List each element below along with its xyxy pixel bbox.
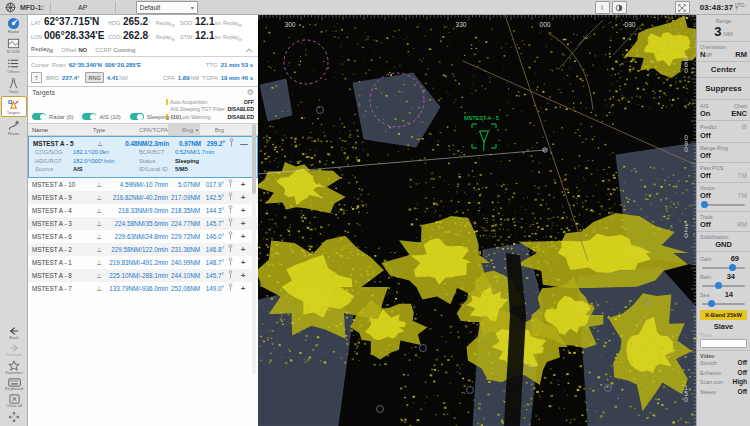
target-row[interactable]: MSTEST A - 1△ 219.83NM/-491.2min 240.99N… [28, 256, 258, 269]
acquire-target-button[interactable]: + [236, 284, 250, 293]
scan-correlation-toggle[interactable]: High [733, 378, 747, 385]
sidebar-item-tools[interactable]: Tools [1, 76, 27, 95]
cursor-lon: 006°20.285'E [105, 62, 141, 68]
radar-ppi-display[interactable]: MSTEST A - 5 300 330 000 030 060 090 120… [258, 15, 696, 426]
sidebar-item-ecdis[interactable]: ECDIS [1, 36, 27, 55]
vector-toggle[interactable]: Off [700, 191, 711, 200]
pin-icon[interactable] [228, 231, 233, 240]
ais-toggle-button[interactable]: On [700, 109, 710, 118]
pan-arrows-icon [8, 411, 20, 423]
gain-slider[interactable] [701, 263, 746, 272]
brilliance-button[interactable] [612, 1, 627, 14]
layout-select[interactable]: Default ▾ [136, 1, 198, 14]
toggle-switch [32, 113, 46, 120]
pin-icon[interactable] [228, 270, 233, 279]
sidebar-item-radar[interactable]: Radar [1, 16, 27, 35]
replay-source[interactable]: ReplayM [31, 46, 53, 54]
ais-targets-toggle[interactable]: AIS (10) [82, 113, 120, 120]
back-button[interactable]: Back [1, 325, 27, 341]
pan-mode-button[interactable] [1, 410, 27, 424]
rng-toggle[interactable]: RNG [85, 72, 103, 83]
svg-text:330: 330 [456, 21, 467, 28]
pin-icon[interactable] [228, 283, 233, 292]
targets-scrollbar[interactable] [252, 124, 256, 374]
chevron-down-icon: ▾ [191, 4, 194, 11]
target-row[interactable]: MSTEST A - 6△ 229.63NM/24.8min 229.72NM … [28, 230, 258, 243]
pin-icon[interactable] [228, 218, 233, 227]
stabilization-toggle[interactable]: GND [700, 240, 747, 249]
keyboard-button[interactable]: Keyboard [1, 377, 27, 392]
tune-bar[interactable] [700, 339, 747, 348]
acquire-target-button[interactable]: + [236, 206, 250, 215]
acquire-target-button[interactable]: + [236, 258, 250, 267]
sea-slider[interactable] [701, 299, 746, 308]
autopilot-mode-indicator[interactable]: AP [57, 4, 109, 11]
predict-toggle[interactable]: Off [700, 131, 747, 140]
forward-button[interactable]: Forward [1, 342, 27, 358]
info-button[interactable]: i [595, 1, 610, 14]
vector-slider[interactable] [701, 200, 746, 209]
acquire-target-button[interactable]: + [236, 232, 250, 241]
target-row[interactable]: MSTEST A - 7△ 133.79NM/-936.0min 252.06N… [28, 282, 258, 295]
orientation-button[interactable]: NUP [700, 50, 712, 59]
targets-table: Name Type CPA/TCPA Rng▲ Brg MSTEST A - 5… [28, 123, 258, 295]
pin-icon[interactable] [228, 192, 233, 201]
past-pos-toggle[interactable]: Off [700, 171, 711, 180]
range-control[interactable]: 3 NM [700, 24, 747, 39]
chart-source-button[interactable]: ENC [731, 109, 747, 118]
pin-icon[interactable] [228, 257, 233, 266]
sleeping-targets-toggle[interactable]: Sleeping (10) [130, 113, 181, 120]
suppress-button[interactable]: Suppress [700, 84, 747, 93]
target-filter-toggles: Radar (0) AIS (10) Sleeping (10) [32, 113, 190, 120]
radar-targets-toggle[interactable]: Radar (0) [32, 113, 73, 120]
col-type[interactable]: Type [92, 127, 106, 133]
favorites-button[interactable]: Favorites [1, 359, 27, 376]
close-all-button[interactable]: Close all [1, 393, 27, 409]
transceiver-band-badge[interactable]: X-Band 25kW [700, 310, 747, 320]
stretch-toggle[interactable]: Off [738, 359, 747, 366]
ccrp-indicator[interactable]: CCRPConning [95, 47, 135, 53]
acquire-target-button[interactable]: + [236, 219, 250, 228]
toggle-switch [82, 113, 96, 120]
col-brg[interactable]: Brg [200, 127, 224, 133]
selected-target-row[interactable]: MSTEST A - 5 △ 0.48NM/2.3min 0.97NM 299.… [28, 136, 258, 178]
sweep-toggle[interactable]: Off [738, 388, 747, 395]
target-row[interactable]: MSTEST A - 10△ 4.59NM/-10.7min 5.07NM 01… [28, 178, 258, 191]
targets-settings-gear-icon[interactable]: ⚙ [247, 88, 254, 97]
pin-icon[interactable] [228, 179, 233, 188]
acquire-target-button[interactable]: + [236, 245, 250, 254]
collapse-target-button[interactable]: — [237, 139, 251, 148]
acquire-target-button[interactable]: + [236, 180, 250, 189]
offset-indicator[interactable]: OffsetNO [61, 47, 87, 53]
pin-icon[interactable] [228, 244, 233, 253]
target-row[interactable]: MSTEST A - 8△ 225.10NM/-288.1min 244.10N… [28, 269, 258, 282]
flag-spacer [166, 106, 168, 112]
divider [50, 2, 51, 13]
fullscreen-button[interactable] [675, 1, 690, 14]
target-row[interactable]: MSTEST A - 2△ 229.58NM/122.0min 231.36NM… [28, 243, 258, 256]
motion-mode-button[interactable]: RM [735, 50, 747, 59]
cog-value: 262.8 [123, 30, 148, 41]
center-button[interactable]: Center [700, 65, 747, 74]
col-cpa[interactable]: CPA/TCPA [106, 127, 168, 133]
enhance-toggle[interactable]: Off [738, 369, 747, 376]
acquire-target-button[interactable]: + [236, 271, 250, 280]
acquire-target-button[interactable]: + [236, 193, 250, 202]
sidebar-item-route[interactable]: Route [1, 118, 27, 137]
col-name[interactable]: Name [28, 127, 92, 133]
fullscreen-icon [678, 4, 686, 12]
range-ring-toggle[interactable]: Off [700, 151, 747, 160]
rain-slider[interactable] [701, 281, 746, 290]
collapse-chevron-icon[interactable] [245, 48, 253, 53]
true-bearing-toggle[interactable]: T [31, 72, 42, 83]
pin-icon[interactable] [229, 138, 234, 147]
sidebar-item-others[interactable]: Others [1, 56, 27, 75]
target-row[interactable]: MSTEST A - 3△ 224.58NM/35.6min 224.77NM … [28, 217, 258, 230]
pin-icon[interactable] [228, 205, 233, 214]
col-rng-sorted[interactable]: Rng▲ [168, 124, 200, 135]
target-row[interactable]: MSTEST A - 4△ 218.33NM/9.0min 218.35NM 1… [28, 204, 258, 217]
predict-settings-gear-icon[interactable]: ⚙ [741, 123, 747, 131]
sidebar-item-targets[interactable]: Targets [1, 96, 27, 117]
trails-toggle[interactable]: Off [700, 220, 711, 229]
target-row[interactable]: MSTEST A - 9△ 216.82NM/-40.2min 217.09NM… [28, 191, 258, 204]
